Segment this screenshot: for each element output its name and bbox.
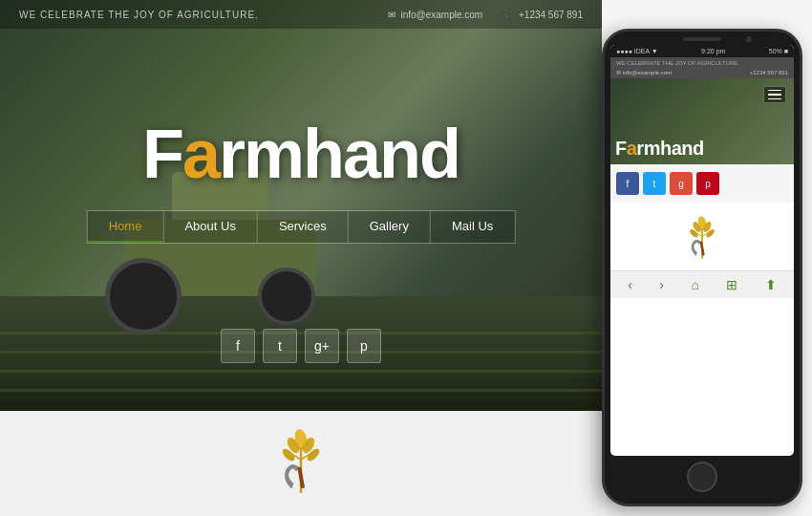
phone-email-contact: ✉ info@example.com bbox=[616, 69, 672, 75]
phone-contact: 📞 +1234 567 891 bbox=[502, 10, 583, 20]
brand-suffix: rmhand bbox=[219, 116, 459, 192]
phone-forward-icon[interactable]: › bbox=[659, 277, 664, 292]
phone-battery: 50% ■ bbox=[769, 48, 788, 54]
phone-carrier: ●●●● IDEA ▼ bbox=[616, 48, 658, 54]
phone-brand-suffix: rmhand bbox=[636, 138, 703, 159]
email-icon: ✉ bbox=[388, 10, 395, 20]
phone-brand-prefix: F bbox=[615, 138, 627, 159]
page-wrapper: WE CELEBRATE THE JOY OF AGRICULTURE. ✉ i… bbox=[0, 0, 812, 516]
wheat-icon-container bbox=[272, 421, 330, 506]
facebook-button[interactable]: f bbox=[221, 329, 255, 363]
hero-section: WE CELEBRATE THE JOY OF AGRICULTURE. ✉ i… bbox=[0, 0, 602, 411]
phone-info-bar: WE CELEBRATE THE JOY OF AGRICULTURE. bbox=[610, 57, 794, 69]
phone-email-icon: ✉ bbox=[616, 70, 623, 75]
googleplus-button[interactable]: g+ bbox=[305, 329, 339, 363]
phone-contact-bar: ✉ info@example.com 📞 +1234 567 891 bbox=[610, 69, 794, 78]
phone-screen: ●●●● IDEA ▼ 9:20 pm 50% ■ WE CELEBRATE T… bbox=[610, 45, 794, 456]
nav-gallery[interactable]: Gallery bbox=[349, 211, 431, 243]
phone-social-bar: f t g p bbox=[610, 164, 794, 203]
contact-info: ✉ info@example.com 📞 +1234 567 891 bbox=[388, 10, 583, 20]
menu-line-3 bbox=[768, 98, 781, 99]
tagline: WE CELEBRATE THE JOY OF AGRICULTURE. bbox=[19, 10, 259, 20]
phone-status-bar: ●●●● IDEA ▼ 9:20 pm 50% ■ bbox=[610, 45, 794, 57]
phone-speaker bbox=[683, 37, 721, 41]
phone-tagline: WE CELEBRATE THE JOY OF AGRICULTURE. bbox=[616, 60, 739, 66]
phone-menu-button[interactable] bbox=[763, 86, 786, 103]
phone-pinterest-btn[interactable]: p bbox=[696, 172, 719, 195]
twitter-button[interactable]: t bbox=[263, 329, 297, 363]
pinterest-button[interactable]: p bbox=[347, 329, 381, 363]
phone-phone-icon: 📞 bbox=[741, 70, 750, 75]
brand-accent-letter: a bbox=[182, 116, 219, 192]
phone-phone-contact: 📞 +1234 567 891 bbox=[741, 69, 788, 75]
phone-home-nav-icon[interactable]: ⌂ bbox=[691, 277, 698, 292]
bottom-section bbox=[0, 411, 602, 516]
phone-brand-title: Farmhand bbox=[615, 138, 704, 160]
menu-line-1 bbox=[768, 90, 781, 91]
menu-line-2 bbox=[768, 94, 781, 95]
phone-time: 9:20 pm bbox=[701, 48, 725, 54]
phone-facebook-btn[interactable]: f bbox=[616, 172, 639, 195]
svg-rect-10 bbox=[297, 466, 305, 487]
phone-camera bbox=[746, 36, 752, 42]
nav-services[interactable]: Services bbox=[258, 211, 349, 243]
phone-icon: 📞 bbox=[502, 10, 513, 20]
nav-home[interactable]: Home bbox=[88, 211, 164, 243]
phone-googleplus-btn[interactable]: g bbox=[670, 172, 693, 195]
brand-prefix: F bbox=[142, 116, 182, 192]
top-bar: WE CELEBRATE THE JOY OF AGRICULTURE. ✉ i… bbox=[0, 0, 602, 29]
phone-wheat-svg bbox=[683, 210, 721, 263]
phone-share-icon[interactable]: ⬆ bbox=[765, 277, 777, 292]
phone-hero: Farmhand bbox=[610, 78, 794, 164]
phone-grid-icon[interactable]: ⊞ bbox=[726, 277, 737, 292]
wheat-svg bbox=[272, 421, 330, 498]
phone-twitter-btn[interactable]: t bbox=[643, 172, 666, 195]
nav-mail[interactable]: Mail Us bbox=[431, 211, 514, 243]
phone-browser-nav: ‹ › ⌂ ⊞ ⬆ bbox=[610, 270, 794, 298]
nav-about[interactable]: About Us bbox=[163, 211, 257, 243]
svg-rect-21 bbox=[700, 242, 705, 256]
phone-content-area bbox=[610, 203, 794, 270]
phone-brand-accent: a bbox=[627, 138, 637, 159]
navigation: Home About Us Services Gallery Mail Us bbox=[87, 210, 516, 244]
social-bar: f t g+ p bbox=[221, 329, 381, 363]
phone-home-button[interactable] bbox=[687, 462, 717, 492]
brand-title: Farmhand bbox=[142, 115, 459, 193]
phone-mockup: ●●●● IDEA ▼ 9:20 pm 50% ■ WE CELEBRATE T… bbox=[602, 29, 802, 506]
email-contact: ✉ info@example.com bbox=[388, 10, 483, 20]
phone-back-icon[interactable]: ‹ bbox=[628, 277, 632, 292]
